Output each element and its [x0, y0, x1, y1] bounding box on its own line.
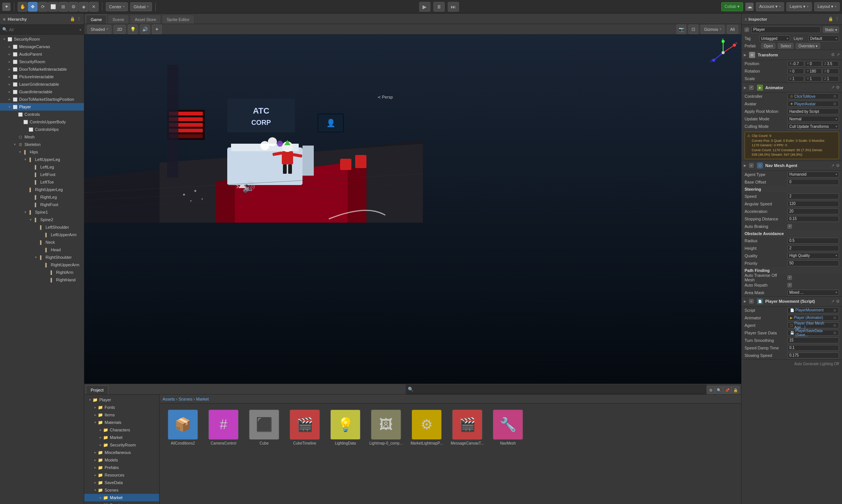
layers-filter-dropdown[interactable]: All: [727, 25, 738, 34]
hierarchy-item[interactable]: ▸⬜PictureInteractable: [0, 73, 84, 80]
hierarchy-item[interactable]: ▸⬜AudioParent: [0, 50, 84, 58]
rotation-y-field[interactable]: Y 180: [805, 68, 821, 74]
hierarchy-item[interactable]: ▸⬜DoorToMarketInteractable: [0, 65, 84, 73]
rotate-tool[interactable]: ⟳: [38, 2, 48, 12]
hierarchy-item[interactable]: ▌RightArm: [0, 269, 84, 276]
hierarchy-item[interactable]: ▌LeftLeg: [0, 163, 84, 171]
asset-item[interactable]: 🖼Lightmap-0_comp...: [367, 408, 405, 447]
hierarchy-item[interactable]: ⬜Controls: [0, 111, 84, 118]
hierarchy-add-button[interactable]: +: [79, 27, 82, 32]
hierarchy-item[interactable]: ▸⬜DoorToMarketStartingPosition: [0, 96, 84, 103]
rotation-z-field[interactable]: Z 0: [822, 68, 839, 74]
2d-button[interactable]: 2D: [114, 25, 126, 34]
project-search-input[interactable]: [413, 387, 704, 392]
script-field[interactable]: 📄 PlayerMovement ⊙: [787, 307, 839, 313]
rotation-x-field[interactable]: X 0: [787, 68, 804, 74]
project-tree-item[interactable]: ▸📁SecurityRoom: [84, 441, 159, 449]
project-tree-item[interactable]: ▸📁Resources: [84, 471, 159, 479]
height-field[interactable]: 2: [787, 245, 839, 251]
transform-settings-icon[interactable]: ⚙: [831, 52, 835, 57]
tab-game[interactable]: Game: [86, 15, 107, 24]
hierarchy-item[interactable]: ▌LeftFoot: [0, 171, 84, 178]
project-tree-item[interactable]: ▸📁Models: [84, 456, 159, 464]
hierarchy-item[interactable]: ▾▌Hips: [0, 148, 84, 156]
stopping-distance-field[interactable]: 0.15: [787, 216, 839, 222]
project-tree-item[interactable]: ▸📁Characters: [84, 426, 159, 434]
hierarchy-lock-icon[interactable]: 🔒: [70, 17, 75, 21]
asset-item[interactable]: 🔧NavMesh: [489, 408, 527, 447]
collab-button[interactable]: Collab ▾: [721, 2, 743, 11]
transform-tool[interactable]: ⚙: [68, 2, 78, 12]
auto-traverse-checkbox[interactable]: ✓: [787, 275, 792, 280]
project-tree-item[interactable]: ▾📁Scenes: [84, 486, 159, 494]
lighting-btn[interactable]: 💡: [128, 24, 138, 34]
acceleration-field[interactable]: 20: [787, 208, 839, 214]
player-movement-link-icon[interactable]: ↗: [831, 299, 834, 304]
player-movement-checkbox[interactable]: ✓: [749, 299, 754, 304]
radius-field[interactable]: 0.5: [787, 238, 839, 244]
asset-item[interactable]: ⚙MarketLightmapP...: [408, 408, 445, 447]
project-tree-item[interactable]: ▸📁Market: [84, 494, 159, 501]
account-button[interactable]: Account ▾ ▾: [756, 2, 784, 11]
hierarchy-item[interactable]: ▾▌Spine2: [0, 216, 84, 223]
hierarchy-more-icon[interactable]: ⋮: [77, 17, 81, 21]
hierarchy-item[interactable]: ▸⬜MessageCanvas: [0, 43, 84, 50]
pause-button[interactable]: ⏸: [433, 2, 445, 12]
audio-btn[interactable]: 🔊: [140, 24, 150, 34]
hierarchy-item[interactable]: ▌LeftToe: [0, 178, 84, 186]
static-dropdown[interactable]: Static ▾: [823, 26, 839, 33]
hierarchy-item[interactable]: ▌Head: [0, 246, 84, 254]
inspector-lock-icon[interactable]: 🔒: [828, 17, 833, 21]
project-pin-btn[interactable]: 📌: [723, 386, 731, 394]
asset-item[interactable]: ⬛Cube: [245, 408, 283, 447]
hierarchy-item[interactable]: ▌RightUpperArm: [0, 261, 84, 269]
hierarchy-item[interactable]: ▌LeftUpperArm: [0, 231, 84, 238]
project-search-btn[interactable]: 🔍: [715, 386, 723, 394]
prefab-open-btn[interactable]: Open: [761, 43, 775, 49]
hierarchy-item[interactable]: ▌RightHand: [0, 276, 84, 284]
cloud-icon[interactable]: ☁: [745, 3, 754, 11]
asset-item[interactable]: 💡LightingData: [327, 408, 364, 447]
layers-button[interactable]: Layers ▾ ▾: [786, 2, 812, 11]
position-z-field[interactable]: Z 3.5: [822, 61, 839, 67]
pivot-global-btn[interactable]: Global ▾: [130, 2, 152, 11]
player-movement-header[interactable]: ▶ ✓ 📄 Player Movement (Script) ↗ ⚙: [742, 297, 842, 307]
project-tree-item[interactable]: ▸📁Items: [84, 411, 159, 419]
animator-header[interactable]: ▶ ✓ ▶ Animator ↗ ⚙: [742, 83, 842, 93]
position-x-field[interactable]: X -0.7: [787, 61, 804, 67]
pm-animator-field[interactable]: ▶ Player (Animator) ⊙: [787, 315, 839, 321]
speed-field[interactable]: 2: [787, 193, 839, 199]
move-tool[interactable]: ✥: [28, 2, 38, 12]
pm-agent-field[interactable]: ⬡ Player (Nav Mesh Age...) ⊙: [787, 322, 839, 328]
angular-speed-field[interactable]: 120: [787, 201, 839, 207]
persp-btn[interactable]: ⊡: [688, 24, 698, 34]
priority-field[interactable]: 50: [787, 260, 839, 266]
hierarchy-item[interactable]: ▸⬜GuardInteractable: [0, 88, 84, 96]
animator-link-icon[interactable]: ↗: [831, 85, 834, 90]
custom-tool[interactable]: ◈: [79, 2, 88, 12]
prefab-overrides-dropdown[interactable]: Overrides ▾: [796, 43, 820, 49]
hierarchy-search-input[interactable]: [9, 27, 78, 32]
hierarchy-item[interactable]: ▾▌RightShoulder: [0, 254, 84, 261]
project-tree-item[interactable]: ▸📁Miscellaneous: [84, 449, 159, 456]
base-offset-field[interactable]: 0: [787, 179, 839, 185]
project-tree-item[interactable]: ▸📁Fonts: [84, 404, 159, 411]
shading-dropdown[interactable]: Shaded ▾: [87, 25, 111, 34]
project-settings-btn[interactable]: ⚙: [707, 386, 715, 394]
hierarchy-item[interactable]: ▾▌LeftUpperLeg: [0, 156, 84, 163]
auto-repath-checkbox[interactable]: ✓: [787, 283, 792, 287]
tab-sprite-editor[interactable]: Sprite Editor: [162, 15, 195, 24]
prefab-select-btn[interactable]: Select: [778, 43, 793, 49]
asset-item[interactable]: #CameraControl: [205, 408, 242, 447]
update-mode-dropdown[interactable]: Normal ▾: [787, 116, 839, 122]
hierarchy-item[interactable]: ▌Neck: [0, 238, 84, 246]
camera-btn[interactable]: 📷: [676, 24, 686, 34]
turn-smoothing-field[interactable]: 15: [787, 337, 839, 343]
hierarchy-item[interactable]: ⬜ControlsUpperBody: [0, 118, 84, 126]
position-y-field[interactable]: Y 0: [805, 61, 821, 67]
tab-project[interactable]: Project: [86, 385, 108, 394]
hierarchy-item[interactable]: ▸⬜LaserGridInteractable: [0, 80, 84, 88]
scale-z-field[interactable]: Z 1: [822, 76, 839, 82]
project-tree-item[interactable]: ▾📁Player: [84, 396, 159, 404]
project-tree-item[interactable]: ▾📁Materials: [84, 419, 159, 426]
